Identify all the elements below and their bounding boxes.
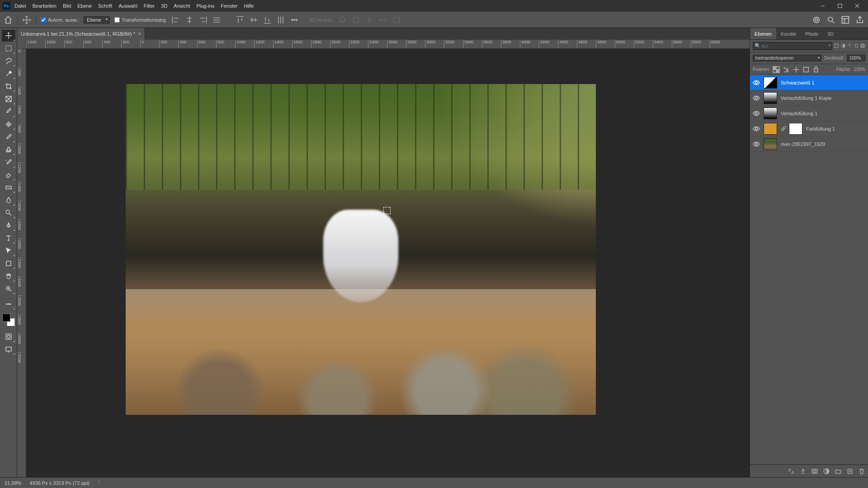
color-swatch[interactable]: [2, 314, 15, 326]
distribute-h-icon[interactable]: [212, 15, 221, 24]
layer-name[interactable]: river-2951997_1920: [781, 141, 825, 147]
layer-thumb-image[interactable]: [764, 138, 777, 150]
layer-thumb-gradient[interactable]: [764, 108, 777, 119]
screenmode-icon[interactable]: [2, 343, 15, 355]
menu-bild[interactable]: Bild: [63, 3, 71, 9]
link-icon[interactable]: 🔗: [781, 126, 785, 131]
new-layer-icon[interactable]: [846, 468, 854, 475]
menu-plugins[interactable]: Plug-ins: [196, 3, 214, 9]
layer-name[interactable]: Verlaufsfüllung 1 Kopie: [781, 95, 832, 101]
distribute-v-icon[interactable]: [276, 15, 285, 24]
layer-thumb-mask[interactable]: [789, 123, 802, 135]
filter-adjust-icon[interactable]: [841, 42, 846, 50]
quickmask-icon[interactable]: [2, 331, 15, 343]
layer-row[interactable]: river-2951997_1920: [750, 136, 868, 152]
menu-3d[interactable]: 3D: [161, 3, 167, 9]
home-icon[interactable]: [4, 15, 13, 24]
filter-type-icon[interactable]: [847, 42, 852, 50]
shape-tool[interactable]: [2, 258, 15, 269]
layer-filter-input[interactable]: [753, 42, 832, 50]
layer-name[interactable]: Schwarzweiß 1: [781, 80, 815, 85]
foreground-color[interactable]: [2, 314, 10, 322]
minimize-button[interactable]: [815, 0, 831, 11]
zoom-tool[interactable]: [2, 283, 15, 295]
document-tab[interactable]: Unbenannt-1 bei 21,1% (Schwarzweiß 1, RG…: [17, 28, 145, 40]
adjustment-layer-icon[interactable]: [823, 468, 830, 475]
visibility-icon[interactable]: [753, 141, 760, 148]
healing-tool[interactable]: [2, 118, 15, 130]
tab-3d[interactable]: 3D: [823, 28, 838, 39]
search-icon[interactable]: [826, 15, 835, 24]
transform-controls-checkbox[interactable]: Transformationsstrg.: [114, 17, 167, 23]
hand-tool[interactable]: [2, 270, 15, 282]
close-button[interactable]: [849, 0, 865, 11]
more-align-icon[interactable]: [290, 15, 299, 24]
layer-name[interactable]: Verlaufsfüllung 1: [781, 111, 817, 116]
layer-row[interactable]: Verlaufsfüllung 1 Kopie: [750, 90, 868, 106]
ruler-vertical[interactable]: 0200400600800100012001400160018002000220…: [17, 49, 26, 477]
document-image[interactable]: [126, 84, 596, 415]
menu-auswahl[interactable]: Auswahl: [118, 3, 137, 9]
move-tool[interactable]: [2, 30, 15, 42]
menu-schrift[interactable]: Schrift: [98, 3, 112, 9]
cloud-docs-icon[interactable]: [812, 15, 821, 24]
menu-hilfe[interactable]: Hilfe: [244, 3, 254, 9]
path-select-tool[interactable]: [2, 245, 15, 257]
menu-filter[interactable]: Filter: [144, 3, 155, 9]
align-center-v-icon[interactable]: [249, 15, 258, 24]
filter-pixel-icon[interactable]: [834, 42, 839, 50]
brush-tool[interactable]: [2, 131, 15, 143]
layer-thumb-adjustment[interactable]: [764, 77, 777, 89]
layer-style-icon[interactable]: [799, 468, 807, 475]
layer-row[interactable]: Schwarzweiß 1: [750, 75, 868, 90]
wand-tool[interactable]: [2, 68, 15, 80]
opacity-input[interactable]: 100%: [847, 55, 865, 61]
doc-dimensions[interactable]: 4936 Px x 3319 Px (72 ppi): [29, 480, 90, 486]
menu-datei[interactable]: Datei: [14, 3, 26, 9]
menu-fenster[interactable]: Fenster: [221, 3, 237, 9]
fill-input[interactable]: 100%: [854, 67, 865, 72]
lock-position-icon[interactable]: [793, 66, 800, 73]
align-top-icon[interactable]: [236, 15, 245, 24]
dropdown-icon[interactable]: ▾: [829, 43, 830, 47]
visibility-icon[interactable]: [753, 110, 760, 117]
edit-toolbar-icon[interactable]: [2, 298, 15, 310]
maximize-button[interactable]: [832, 0, 848, 11]
filter-shape-icon[interactable]: [854, 42, 859, 50]
layer-row[interactable]: 🔗Farbfüllung 1: [750, 121, 868, 136]
lock-artboard-icon[interactable]: [802, 66, 810, 73]
layer-thumb-gradient[interactable]: [764, 92, 777, 104]
visibility-icon[interactable]: [753, 79, 760, 86]
eyedropper-tool[interactable]: [2, 106, 15, 117]
align-right-icon[interactable]: [198, 15, 208, 24]
tab-pfade[interactable]: Pfade: [801, 28, 823, 39]
workspace-icon[interactable]: [841, 15, 850, 24]
visibility-icon[interactable]: [753, 125, 760, 132]
layer-row[interactable]: Verlaufsfüllung 1: [750, 106, 868, 121]
close-tab-icon[interactable]: ×: [138, 31, 141, 37]
status-arrow-icon[interactable]: 〉: [98, 479, 103, 486]
menu-bearbeiten[interactable]: Bearbeiten: [33, 3, 57, 9]
lock-all-icon[interactable]: [812, 66, 820, 73]
menu-ebene[interactable]: Ebene: [77, 3, 92, 9]
blur-tool[interactable]: [2, 194, 15, 206]
visibility-icon[interactable]: [753, 94, 760, 102]
gradient-tool[interactable]: [2, 182, 15, 193]
layer-thumb-fill[interactable]: [764, 123, 777, 135]
lock-pixels-icon[interactable]: [783, 66, 790, 73]
canvas[interactable]: [26, 49, 750, 477]
tab-kanaele[interactable]: Kanäle: [776, 28, 801, 39]
frame-tool[interactable]: [2, 93, 15, 105]
filter-smart-icon[interactable]: [860, 42, 865, 50]
dodge-tool[interactable]: [2, 207, 15, 219]
blend-mode-dropdown[interactable]: Ineinanderkopieren: [753, 55, 821, 61]
share-icon[interactable]: [855, 15, 864, 24]
align-left-icon[interactable]: [171, 15, 180, 24]
link-layers-icon[interactable]: [788, 468, 795, 475]
marquee-tool[interactable]: [2, 42, 15, 54]
lock-transparent-icon[interactable]: [773, 66, 780, 73]
auto-select-target-dropdown[interactable]: Ebene: [84, 16, 110, 23]
lasso-tool[interactable]: [2, 55, 15, 67]
align-bottom-icon[interactable]: [263, 15, 272, 24]
layer-group-icon[interactable]: [835, 468, 842, 475]
